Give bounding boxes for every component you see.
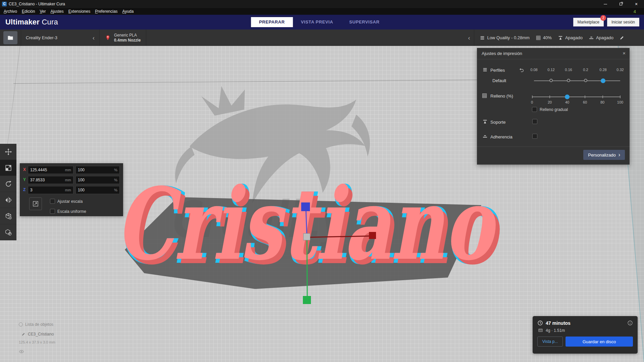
profile-tick-label: 0.12	[547, 68, 554, 72]
scale-tool-button[interactable]	[0, 160, 16, 176]
viewport-3d[interactable]: Creality Cristiano Cristiano Cristiano	[0, 46, 644, 362]
menu-preferencias[interactable]: Preferencias	[93, 8, 120, 14]
scale-to-max-button[interactable]	[29, 197, 42, 210]
object-dimensions: 125.4 x 37.9 x 3.0 mm	[19, 340, 55, 344]
marketplace-badge: 2	[600, 15, 606, 21]
profile-tick-label: 0.08	[530, 68, 537, 72]
quality-slider-tick[interactable]	[584, 79, 587, 82]
preview-button[interactable]: Vista p...	[537, 337, 563, 347]
scale-x-mm-field[interactable]: mm	[28, 166, 73, 174]
rotate-tool-button[interactable]	[0, 176, 16, 192]
minimize-button[interactable]	[598, 0, 613, 8]
clock-icon	[537, 320, 543, 326]
scale-y-mm-input[interactable]	[30, 178, 64, 182]
infill-tickmark	[620, 96, 621, 98]
scale-x-percent-field[interactable]: %	[75, 166, 120, 174]
infill-tickmark	[532, 96, 533, 98]
object-list-title: Lista de objetos	[25, 322, 53, 327]
model-cristiano[interactable]: Cristiano Cristiano Cristiano	[116, 166, 502, 287]
support-blocker-tool-button[interactable]	[0, 224, 16, 240]
profile-tick-label: 0.32	[616, 68, 624, 72]
support-label: Soporte	[490, 120, 506, 125]
quality-slider-tick[interactable]	[567, 79, 570, 82]
object-list-item[interactable]: CE3_Cristiano	[21, 332, 54, 337]
sign-in-label: Iniciar sesión	[611, 20, 635, 24]
sign-in-button[interactable]: Iniciar sesión	[607, 18, 639, 26]
move-tool-button[interactable]	[0, 144, 16, 160]
material-selector[interactable]: Generic PLA 0.4mm Nozzle	[100, 29, 146, 46]
scale-to-max-icon	[32, 200, 39, 207]
infill-tickmark	[549, 96, 550, 98]
snap-scaling-checkbox[interactable]	[50, 199, 55, 204]
scale-y-percent-input[interactable]	[78, 178, 113, 182]
print-time-estimate: 47 minutos	[546, 320, 571, 326]
mirror-tool-button[interactable]	[0, 192, 16, 208]
menu-ajustes[interactable]: Ajustes	[48, 8, 66, 14]
scale-y-percent-field[interactable]: %	[75, 176, 120, 184]
gizmo-y-axis-line	[307, 237, 307, 298]
uniform-scaling-label: Escala uniforme	[57, 209, 86, 214]
material-pin-icon	[105, 35, 111, 41]
menu-edicion[interactable]: Edición	[19, 8, 37, 14]
object-visibility-row[interactable]	[19, 349, 24, 354]
marketplace-button[interactable]: Marketplace 2	[573, 18, 604, 26]
model-selection-outline: Cristiano	[118, 168, 500, 284]
scale-z-mm-field[interactable]: mm	[28, 186, 73, 194]
phoenix-watermark-icon	[175, 86, 370, 203]
close-panel-icon[interactable]: ×	[623, 50, 626, 56]
panel-divider	[477, 146, 630, 147]
menu-ver[interactable]: Ver	[37, 8, 48, 14]
scale-z-percent-unit: %	[114, 188, 117, 192]
nozzle-size: 0.4mm Nozzle	[114, 38, 141, 43]
close-window-button[interactable]: ×	[629, 0, 644, 8]
restore-button[interactable]	[613, 0, 629, 8]
gradual-infill-checkbox[interactable]	[532, 107, 537, 112]
open-file-button[interactable]	[3, 31, 17, 44]
infill-slider-track	[532, 97, 620, 97]
infill-slider-handle[interactable]	[565, 95, 570, 99]
uniform-scaling-checkbox[interactable]	[50, 209, 55, 214]
scale-x-percent-input[interactable]	[78, 168, 113, 172]
support-checkbox[interactable]	[532, 119, 537, 124]
gizmo-y-handle[interactable]	[303, 296, 311, 304]
undo-icon[interactable]	[519, 67, 524, 72]
quality-slider-handle[interactable]	[601, 78, 605, 83]
logo-bold: Ultimaker	[5, 18, 40, 26]
rotate-icon	[5, 180, 12, 188]
axis-y-label: Y	[23, 177, 28, 182]
tab-supervisar[interactable]: SUPERVISAR	[341, 17, 387, 27]
tab-vista-previa[interactable]: VISTA PREVIA	[293, 17, 341, 27]
scale-x-mm-input[interactable]	[30, 168, 64, 172]
support-icon	[558, 35, 563, 41]
tab-preparar[interactable]: PREPARAR	[251, 17, 293, 27]
info-icon[interactable]	[627, 320, 633, 326]
print-settings-summary-button[interactable]: Low Quality - 0.28mm 40% Apagado Apagado	[474, 29, 630, 46]
per-model-settings-tool-button[interactable]	[0, 208, 16, 224]
scale-z-mm-input[interactable]	[30, 188, 64, 192]
custom-settings-button[interactable]: Personalizado ›	[583, 150, 625, 160]
gizmo-z-handle[interactable]	[301, 202, 310, 211]
menu-ayuda[interactable]: Ayuda	[120, 8, 136, 14]
infill-tick-label: 60	[583, 100, 587, 104]
adhesion-checkbox[interactable]	[532, 134, 537, 139]
print-settings-header: Ajustes de impresión ×	[477, 48, 630, 59]
quality-slider-tick[interactable]	[549, 79, 553, 82]
scale-z-percent-input[interactable]	[78, 188, 113, 192]
save-to-disk-button[interactable]: Guardar en disco	[566, 337, 633, 347]
menu-archivo[interactable]: Archivo	[1, 8, 19, 14]
printer-selector[interactable]: Creality Ender-3 ‹	[21, 29, 100, 46]
custom-settings-label: Personalizado	[588, 153, 615, 158]
save-to-disk-label: Guardar en disco	[583, 339, 616, 344]
gizmo-x-handle[interactable]	[369, 232, 376, 239]
object-list-header[interactable]: Lista de objetos	[19, 322, 53, 327]
scale-y-mm-field[interactable]: mm	[28, 176, 73, 184]
preview-button-label: Vista p...	[542, 339, 558, 344]
scale-z-percent-field[interactable]: %	[75, 186, 120, 194]
profile-summary: Low Quality - 0.28mm	[487, 35, 529, 40]
menu-extensiones[interactable]: Extensiones	[66, 8, 93, 14]
object-list-toggle-icon	[19, 322, 23, 326]
close-icon: ×	[635, 1, 638, 7]
gizmo-center-handle[interactable]	[303, 233, 310, 240]
main-header: Ultimaker Cura PREPARAR VISTA PREVIA SUP…	[0, 15, 644, 29]
profiles-label: Perfiles	[490, 68, 505, 73]
